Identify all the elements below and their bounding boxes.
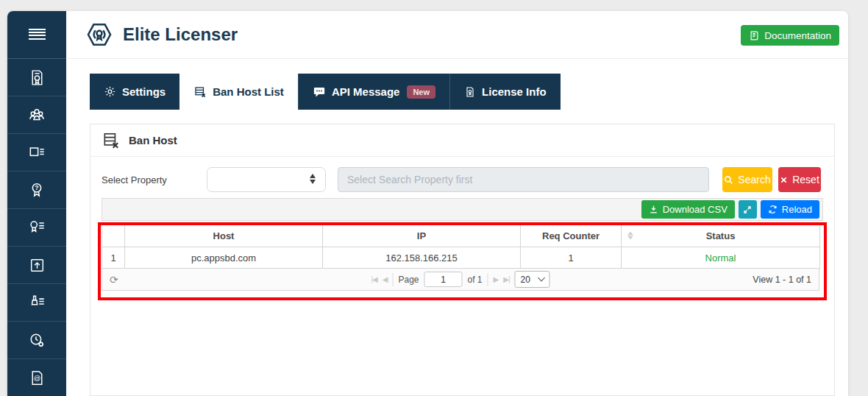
ban-host-panel-icon: [102, 131, 121, 150]
property-select[interactable]: [207, 167, 326, 192]
sidebar-item-email-template[interactable]: @: [7, 359, 66, 396]
sidebar-item-generator[interactable]: [7, 284, 66, 322]
tab-license-info[interactable]: License Info: [449, 74, 561, 110]
column-header-host[interactable]: Host: [125, 224, 323, 247]
column-header-num[interactable]: [102, 224, 125, 247]
upload-icon: [28, 256, 46, 275]
module-list-icon: [27, 143, 46, 162]
new-badge: New: [407, 85, 435, 99]
gear-icon: [104, 85, 116, 98]
column-header-status[interactable]: Status: [622, 224, 820, 247]
ban-host-table: Host IP Req Counter Status 1 pc.appsbd.c…: [102, 224, 820, 269]
sidebar-item-upload[interactable]: [7, 247, 66, 284]
close-icon: [780, 176, 788, 184]
app-header: Elite Licenser Documentation: [66, 11, 848, 59]
tab-license-info-label: License Info: [482, 85, 547, 98]
tab-api-message-label: API Message: [332, 85, 400, 98]
refresh-icon: [768, 205, 778, 214]
search-icon: [724, 175, 733, 185]
book-icon: [749, 30, 760, 41]
last-page-button[interactable]: ▶|: [503, 275, 509, 283]
panel-body: Select Property Search Reset: [90, 157, 834, 291]
next-page-button[interactable]: ▶: [494, 275, 499, 283]
sidebar-menu-toggle[interactable]: [7, 11, 66, 59]
cell-host: pc.appsbd.com: [125, 247, 323, 269]
panel-title: Ban Host: [129, 134, 177, 146]
email-template-icon: @: [28, 369, 46, 387]
sidebar-item-users[interactable]: [7, 96, 66, 134]
panel-header: Ban Host: [90, 124, 834, 157]
sidebar: ? @: [7, 11, 66, 396]
sort-icon: [627, 232, 633, 240]
download-csv-label: Download CSV: [663, 204, 728, 215]
expand-arrows-icon: [743, 205, 752, 214]
reset-button[interactable]: Reset: [778, 167, 821, 192]
sidebar-item-license-question[interactable]: ?: [7, 172, 66, 209]
certificate-icon: [464, 86, 476, 98]
documentation-button[interactable]: Documentation: [741, 25, 839, 46]
pager-refresh-icon[interactable]: ⟳: [110, 275, 118, 285]
license-document-icon: [28, 68, 46, 87]
expand-button[interactable]: [739, 200, 757, 219]
svg-text:@: @: [33, 374, 40, 381]
tab-settings[interactable]: Settings: [90, 74, 179, 110]
sidebar-item-schedule[interactable]: [7, 322, 66, 359]
cell-req-counter: 1: [521, 247, 622, 269]
sidebar-item-license-document[interactable]: [7, 59, 66, 96]
column-header-ip[interactable]: IP: [323, 224, 521, 247]
prev-page-button[interactable]: ◀: [383, 275, 388, 283]
view-range-text: View 1 - 1 of 1: [753, 275, 819, 285]
reset-label: Reset: [792, 174, 819, 185]
cell-row-number: 1: [102, 247, 125, 269]
sidebar-item-license-list[interactable]: [7, 209, 66, 247]
reload-label: Reload: [782, 204, 812, 215]
select-updown-icon: [310, 174, 316, 184]
page-size-select[interactable]: 20: [515, 271, 550, 288]
status-badge: Normal: [622, 247, 820, 269]
tab-ban-host-list[interactable]: Ban Host List: [179, 74, 298, 110]
search-input[interactable]: [338, 167, 709, 192]
reload-button[interactable]: Reload: [761, 200, 819, 219]
hamburger-icon: [29, 29, 46, 41]
page-of-label: of 1: [468, 275, 483, 285]
tab-bar: Settings Ban Host List API Message New L…: [90, 74, 561, 110]
page-title: Elite Licenser: [123, 24, 238, 45]
table-row[interactable]: 1 pc.appsbd.com 162.158.166.215 1 Normal: [102, 247, 820, 269]
tab-ban-host-list-label: Ban Host List: [213, 85, 284, 98]
page-size-value: 20: [521, 275, 530, 285]
status-header-label: Status: [706, 230, 736, 241]
first-page-button[interactable]: |◀: [371, 275, 377, 283]
grid-toolbar: Download CSV Reload: [102, 198, 823, 221]
tab-settings-label: Settings: [122, 85, 166, 98]
column-header-req-counter[interactable]: Req Counter: [521, 224, 622, 247]
download-csv-button[interactable]: Download CSV: [641, 200, 735, 219]
grid-pager: ⟳ |◀ ◀ Page of 1 ▶ ▶| 20 View 1 -: [102, 269, 819, 291]
app-card: ? @: [7, 11, 848, 396]
search-label: Search: [738, 174, 770, 185]
ban-host-table-icon: [193, 85, 207, 99]
tab-api-message[interactable]: API Message New: [298, 74, 449, 110]
users-icon: [27, 105, 46, 124]
filter-row: Select Property Search Reset: [102, 167, 823, 192]
elite-licenser-logo-icon: [85, 20, 114, 49]
ban-host-panel: Ban Host Select Property Search: [90, 124, 835, 396]
page-number-input[interactable]: [424, 272, 463, 287]
pager-separator: [488, 273, 488, 286]
cell-ip: 162.158.166.215: [323, 247, 521, 269]
license-list-icon: [27, 218, 46, 237]
table-header-row: Host IP Req Counter Status: [102, 224, 820, 247]
pager-separator: [392, 273, 393, 286]
search-button[interactable]: Search: [722, 167, 772, 192]
chat-bubble-icon: [313, 85, 326, 99]
pager-controls: |◀ ◀ Page of 1 ▶ ▶| 20: [371, 271, 549, 288]
sidebar-item-module-list[interactable]: [7, 134, 66, 172]
schedule-clock-gear-icon: [27, 330, 46, 350]
license-question-icon: ?: [27, 180, 46, 199]
select-property-label: Select Property: [102, 174, 207, 185]
chevron-down-icon: [538, 275, 545, 282]
generator-tool-icon: [27, 293, 46, 312]
documentation-label: Documentation: [764, 30, 831, 41]
svg-text:?: ?: [35, 184, 38, 191]
page-label: Page: [398, 275, 419, 285]
download-icon: [649, 205, 658, 214]
